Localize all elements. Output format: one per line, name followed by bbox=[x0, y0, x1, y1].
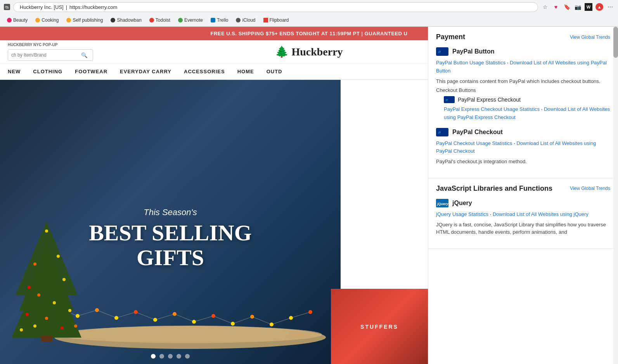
nav-accessories[interactable]: ACCESSORIES bbox=[184, 67, 225, 76]
paypal-button-usage-link[interactable]: PayPal Button Usage Statistics bbox=[436, 60, 505, 66]
nav-everyday-carry[interactable]: EVERYDAY CARRY bbox=[120, 67, 171, 76]
js-view-global-trends[interactable]: View Global Trends bbox=[570, 186, 610, 191]
svg-point-29 bbox=[250, 315, 254, 319]
payment-section: Payment View Global Trends P P PayPal Bu… bbox=[428, 27, 618, 178]
svg-text:P: P bbox=[441, 131, 443, 135]
bookmark-flipboard[interactable]: Flipboard bbox=[260, 17, 292, 24]
svg-point-13 bbox=[45, 317, 48, 320]
bookmark-icloud[interactable]: iCloud bbox=[233, 17, 258, 24]
svg-point-10 bbox=[53, 301, 56, 304]
svg-text:P: P bbox=[441, 50, 443, 54]
star-icon[interactable]: ☆ bbox=[541, 3, 549, 11]
search-input[interactable] bbox=[8, 50, 78, 60]
carousel-dot-1[interactable] bbox=[151, 354, 156, 359]
nav-clothing[interactable]: CLOTHING bbox=[33, 67, 62, 76]
nav-footwear[interactable]: FOOTWEAR bbox=[75, 67, 107, 76]
payment-view-global-trends[interactable]: View Global Trends bbox=[570, 35, 610, 40]
svg-point-7 bbox=[28, 286, 31, 289]
jquery-download-link[interactable]: Download List of All Websites using jQue… bbox=[493, 211, 589, 217]
paypal-button-desc: This page contains content from PayPal w… bbox=[436, 78, 610, 85]
camera-icon[interactable]: 📷 bbox=[574, 3, 582, 11]
profile-red-icon[interactable]: ▲ bbox=[595, 3, 603, 11]
paypal-express-sub-item: P P PayPal Express Checkout PayPal Expre… bbox=[436, 96, 610, 122]
url-separator: | bbox=[66, 4, 67, 10]
paypal-checkout-header: P P PayPal Checkout bbox=[436, 128, 610, 136]
url-text: https://huckberry.com bbox=[69, 4, 117, 10]
search-bar[interactable]: 🔍 bbox=[8, 49, 93, 61]
bookmark-shadowban[interactable]: Shadowban bbox=[107, 17, 144, 24]
browser-bookmarks: Beauty Cooking Self publishing Shadowban… bbox=[0, 14, 618, 26]
paypal-express-logo: P P bbox=[444, 96, 455, 103]
paypal-checkout-name: PayPal Checkout bbox=[452, 129, 503, 136]
paypal-checkout-usage-link[interactable]: PayPal Checkout Usage Statistics bbox=[436, 140, 512, 146]
hero-text: This Season's BEST SELLING GIFTS bbox=[89, 207, 252, 270]
svg-point-30 bbox=[270, 323, 274, 326]
browser-chrome: 🛍 Huckberry Inc. [US] | https://huckberr… bbox=[0, 0, 618, 27]
svg-point-27 bbox=[211, 314, 215, 318]
svg-point-28 bbox=[231, 322, 235, 326]
hero-title: BEST SELLING GIFTS bbox=[89, 221, 252, 270]
heart-icon[interactable]: ♥ bbox=[552, 3, 560, 11]
hero-title-line1: BEST SELLING bbox=[89, 221, 252, 245]
jquery-header: jQuery jQuery bbox=[436, 199, 610, 207]
svg-point-16 bbox=[20, 328, 23, 331]
js-section-title: JavaScript Libraries and Functions bbox=[436, 185, 552, 193]
url-bar[interactable]: Huckberry Inc. [US] | https://huckberry.… bbox=[13, 2, 538, 12]
paypal-button-name: PayPal Button bbox=[452, 48, 494, 55]
nav-outdoors[interactable]: OUTD bbox=[267, 67, 282, 76]
bookmark-icon[interactable]: 🔖 bbox=[563, 3, 571, 11]
scrollbar-thumb[interactable] bbox=[613, 27, 618, 58]
svg-point-4 bbox=[45, 229, 48, 233]
carousel-dot-2[interactable] bbox=[159, 354, 164, 359]
link-sep-4: · bbox=[490, 211, 493, 217]
svg-point-21 bbox=[95, 308, 99, 312]
jquery-item: jQuery jQuery jQuery Usage Statistics · … bbox=[436, 199, 610, 236]
carousel-dot-4[interactable] bbox=[177, 354, 181, 359]
bookmark-beauty[interactable]: Beauty bbox=[4, 17, 31, 24]
svg-text:P: P bbox=[448, 98, 450, 102]
nav-new[interactable]: NEW bbox=[8, 67, 21, 76]
jquery-links: jQuery Usage Statistics · Download List … bbox=[436, 210, 610, 219]
svg-point-11 bbox=[26, 313, 29, 316]
site-name: Huckberry Inc. [US] bbox=[20, 4, 64, 10]
svg-point-22 bbox=[114, 316, 118, 320]
paypal-button-item: P P PayPal Button PayPal Button Usage St… bbox=[436, 47, 610, 122]
popup-label: HUCKBERRY NYC POP-UP bbox=[8, 43, 93, 47]
svg-text:jQuery: jQuery bbox=[437, 202, 448, 206]
side-stuffer-image: STUFFERS bbox=[331, 289, 428, 364]
hero-title-line2: GIFTS bbox=[89, 245, 252, 270]
profile-w-icon[interactable]: W bbox=[585, 3, 592, 11]
bookmark-todoist[interactable]: Todoist bbox=[146, 17, 173, 24]
website-area: FREE U.S. SHIPPING $75+ ENDS TONIGHT AT … bbox=[0, 27, 618, 364]
link-sep-1: · bbox=[507, 60, 510, 66]
paypal-express-header: P P PayPal Express Checkout bbox=[444, 96, 610, 103]
js-section-header: JavaScript Libraries and Functions View … bbox=[436, 185, 610, 193]
search-button[interactable]: 🔍 bbox=[78, 50, 91, 60]
paypal-button-header: P P PayPal Button bbox=[436, 47, 610, 56]
hero-subtitle: This Season's bbox=[89, 207, 252, 217]
svg-point-8 bbox=[62, 278, 66, 281]
paypal-express-links: PayPal Express Checkout Usage Statistics… bbox=[444, 105, 610, 122]
svg-point-24 bbox=[153, 318, 157, 322]
paypal-checkout-logo: P P bbox=[436, 128, 448, 136]
paypal-express-usage-link[interactable]: PayPal Express Checkout Usage Statistics bbox=[444, 106, 540, 112]
browser-favicon: 🛍 bbox=[4, 4, 10, 10]
svg-point-23 bbox=[134, 310, 138, 314]
nav-home[interactable]: HOME bbox=[237, 67, 254, 76]
paypal-express-name: PayPal Express Checkout bbox=[458, 97, 521, 103]
paypal-checkout-item: P P PayPal Checkout PayPal Checkout Usag… bbox=[436, 128, 610, 166]
carousel-dot-5[interactable] bbox=[185, 354, 190, 359]
bookmark-self-publishing[interactable]: Self publishing bbox=[63, 17, 106, 24]
jquery-desc: JQuery is a fast, concise, JavaScript Li… bbox=[436, 221, 610, 236]
extensions-icon[interactable]: ⋯ bbox=[606, 3, 614, 11]
svg-point-6 bbox=[57, 255, 60, 258]
promo-text: FREE U.S. SHIPPING $75+ ENDS TONIGHT AT … bbox=[211, 31, 408, 36]
bookmark-evernote[interactable]: Evernote bbox=[175, 17, 206, 24]
jquery-usage-link[interactable]: jQuery Usage Statistics bbox=[436, 211, 488, 217]
svg-point-15 bbox=[61, 326, 64, 329]
paypal-button-logo: P P bbox=[436, 47, 448, 56]
bookmark-trello[interactable]: Trello bbox=[208, 17, 232, 24]
bookmark-cooking[interactable]: Cooking bbox=[32, 17, 62, 24]
svg-point-32 bbox=[308, 310, 312, 314]
carousel-dot-3[interactable] bbox=[168, 354, 173, 359]
